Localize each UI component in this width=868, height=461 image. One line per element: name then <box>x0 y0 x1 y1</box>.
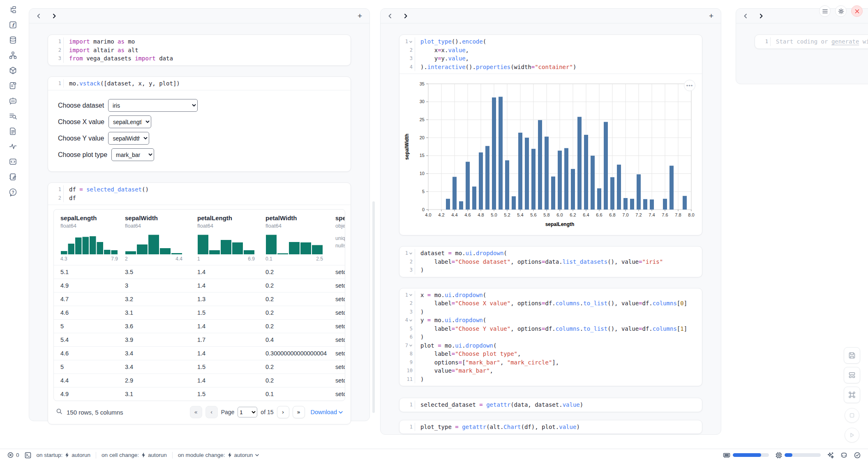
row-count-summary: 150 rows, 5 columns <box>67 409 123 416</box>
editor-placeholder[interactable]: Start coding or generate with <box>771 37 868 46</box>
error-count-indicator[interactable]: 0 <box>7 452 19 458</box>
svg-text:30: 30 <box>420 99 425 104</box>
code-line: 11) <box>399 375 702 384</box>
y-select[interactable]: sepalWidth <box>108 132 149 145</box>
script-icon[interactable] <box>9 81 17 90</box>
table-row[interactable]: 5.13.51.40.2setos <box>54 265 345 279</box>
chat-bot-icon[interactable] <box>9 97 17 105</box>
table-cell: 4.6 <box>54 306 118 319</box>
column-name[interactable]: speci <box>335 214 345 221</box>
plot-type-select[interactable]: mark_bar <box>111 148 154 161</box>
ai-assist-button[interactable] <box>827 452 834 459</box>
scratchpad-icon[interactable] <box>9 173 17 181</box>
table-row[interactable]: 4.931.40.2setos <box>54 279 345 292</box>
layout-button[interactable] <box>844 367 860 383</box>
column-name[interactable]: petalLength <box>197 214 259 221</box>
code-editor[interactable]: 1dataset = mo.ui.dropdown(2 label="Choos… <box>399 247 702 277</box>
column-range: 16.9 <box>197 256 255 262</box>
line-number: 1 <box>755 37 771 46</box>
panel-forward-button[interactable] <box>404 14 408 18</box>
table-footer: 150 rows, 5 columns « ‹ Page 1 of 15 › »… <box>53 401 345 422</box>
download-link[interactable]: Download <box>311 409 343 415</box>
table-cell: 0.2 <box>259 360 329 373</box>
add-cell-button[interactable]: + <box>358 12 362 20</box>
code-editor[interactable]: 1selected_dataset = getattr(data, datase… <box>399 398 702 412</box>
panel-back-button[interactable] <box>37 14 41 18</box>
function-icon[interactable]: f <box>9 21 17 29</box>
on-cell-change-setting[interactable]: on cell change: autorun <box>102 452 167 458</box>
prev-page-button[interactable]: ‹ <box>205 406 218 418</box>
stop-button[interactable] <box>845 408 859 423</box>
ram-progress-fill <box>733 453 761 457</box>
line-number: 1 <box>399 401 415 409</box>
add-cell-button[interactable]: + <box>709 12 713 20</box>
svg-text:6.4: 6.4 <box>583 212 589 217</box>
chart-menu-button[interactable]: ••• <box>684 80 695 91</box>
panel-forward-button[interactable] <box>52 14 56 18</box>
file-tree-icon[interactable] <box>9 5 17 14</box>
database-icon[interactable] <box>9 36 17 44</box>
column-range: 0.12.5 <box>265 256 323 262</box>
copilot-button[interactable] <box>840 452 847 458</box>
activity-icon[interactable] <box>9 142 17 151</box>
panel-forward-button[interactable] <box>759 14 763 18</box>
close-button[interactable] <box>851 5 863 17</box>
dependency-graph-icon[interactable] <box>9 51 17 60</box>
dataset-select[interactable]: iris <box>108 99 198 112</box>
code-editor[interactable]: 1import marimo as mo2import altair as al… <box>48 35 351 65</box>
svg-text:8.0: 8.0 <box>688 212 694 217</box>
code-editor[interactable]: 1df = selected_dataset()2df <box>48 183 351 205</box>
panel-back-button[interactable] <box>743 14 748 18</box>
table-header: sepalLengthfloat644.37.9sepalWidthfloat6… <box>54 210 345 265</box>
svg-text:4.6: 4.6 <box>464 212 471 217</box>
column-name[interactable]: sepalLength <box>60 214 118 221</box>
save-button[interactable] <box>844 347 860 364</box>
chart-output: ••• 051015202530354.04.24.44.64.85.05.25… <box>399 74 702 235</box>
table-row[interactable]: 53.41.50.2setos <box>54 360 345 373</box>
last-page-button[interactable]: » <box>293 406 305 418</box>
search-icon[interactable] <box>56 408 62 416</box>
table-cell: setos <box>329 333 345 346</box>
table-row[interactable]: 5.43.91.70.4setos <box>54 333 345 346</box>
run-button[interactable] <box>845 428 859 443</box>
package-icon[interactable] <box>9 66 17 75</box>
connection-status-button[interactable] <box>854 452 861 459</box>
table-row[interactable]: 53.61.40.2setos <box>54 319 345 333</box>
help-icon[interactable]: ? <box>9 188 17 196</box>
on-startup-setting[interactable]: on startup: autorun <box>37 452 91 458</box>
x-select[interactable]: sepalLength <box>108 115 151 128</box>
code-editor[interactable]: 1plot_type().encode(2 x=x.value,3 y=y.va… <box>399 35 702 74</box>
generate-link[interactable]: generate <box>831 38 859 45</box>
command-palette-button[interactable] <box>844 387 860 403</box>
table-row[interactable]: 4.42.91.40.2setos <box>54 373 345 387</box>
on-module-change-setting[interactable]: on module change: autorun <box>178 452 259 458</box>
code-editor[interactable]: 1plot_type = getattr(alt.Chart(df), plot… <box>399 420 702 434</box>
code-editor[interactable]: 1x = mo.ui.dropdown(2 label="Choose X va… <box>399 288 702 386</box>
table-row[interactable]: 4.93.11.50.1setos <box>54 387 345 401</box>
table-row[interactable]: 4.63.11.50.2setos <box>54 306 345 319</box>
column-name[interactable]: sepalWidth <box>125 214 191 221</box>
terminal-button[interactable] <box>25 452 31 459</box>
scrollbar[interactable] <box>372 201 375 413</box>
table-column-header: sepalLengthfloat644.37.9 <box>54 214 118 262</box>
first-page-button[interactable]: « <box>190 406 202 418</box>
next-page-button[interactable]: › <box>277 406 289 418</box>
snippets-icon[interactable] <box>9 157 17 166</box>
logs-icon[interactable] <box>9 112 17 120</box>
table-cell: 4.6 <box>54 347 118 360</box>
table-row[interactable]: 4.63.41.40.30000000000000004setos <box>54 346 345 360</box>
svg-text:5: 5 <box>422 189 425 194</box>
altair-bar-chart[interactable]: 051015202530354.04.24.44.64.85.05.25.45.… <box>402 77 698 230</box>
table-row[interactable]: 4.73.21.30.2setos <box>54 292 345 306</box>
table-cell: 1.5 <box>191 306 259 319</box>
table-cell: setos <box>329 293 345 306</box>
code-editor[interactable]: 1mo.vstack([dataset, x, y, plot]) <box>48 77 351 90</box>
settings-gear-button[interactable] <box>835 5 847 17</box>
page-select[interactable]: 1 <box>238 407 257 417</box>
code-line: 5 label="Choose Y value", options=df.col… <box>399 325 702 333</box>
menu-button[interactable] <box>819 5 831 17</box>
panel-back-button[interactable] <box>388 14 392 18</box>
column-name[interactable]: petalWidth <box>265 214 329 221</box>
document-icon[interactable] <box>9 127 17 136</box>
plot-type-label: Choose plot type <box>58 151 107 159</box>
